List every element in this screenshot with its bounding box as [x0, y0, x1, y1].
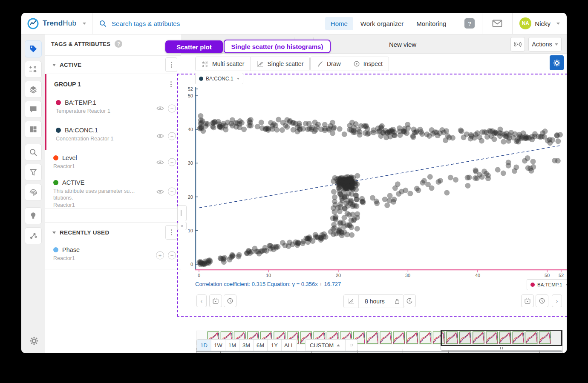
range-1d-button[interactable]: 1D — [197, 340, 211, 351]
rail-connections-button[interactable] — [25, 227, 42, 244]
group-menu-button[interactable] — [167, 79, 175, 89]
actions-caret-icon — [555, 43, 558, 47]
range-3m-button[interactable]: 3M — [239, 340, 253, 351]
lock-icon — [394, 298, 400, 305]
x-axis-signal-chip[interactable]: BA:TEMP.1 — [527, 279, 567, 290]
scatter-plot-canvas[interactable] — [195, 87, 567, 273]
search-input[interactable] — [111, 20, 215, 28]
duration-group: 8 hours — [343, 294, 404, 308]
envelope-icon — [492, 20, 502, 27]
timeline-history-button[interactable] — [403, 294, 416, 307]
rail-layers-button[interactable] — [25, 81, 42, 98]
rail-fingerprint-button[interactable] — [25, 184, 42, 201]
duration-lock-button[interactable] — [391, 295, 404, 308]
comment-icon — [29, 105, 37, 114]
remove-signal-button[interactable]: − — [168, 158, 176, 166]
y-tick-label: 50 — [184, 93, 193, 98]
rail-dashboard-button[interactable] — [25, 121, 42, 138]
signal-row-phase[interactable]: Phase Reactor1 + − — [45, 242, 181, 269]
panel-collapse-button[interactable]: × — [177, 222, 187, 230]
visibility-toggle[interactable] — [156, 160, 164, 165]
custom-range-button[interactable]: CUSTOM — [306, 340, 345, 351]
active-section-menu-button[interactable] — [165, 57, 177, 72]
y-axis-signal-chip[interactable]: BA:CONC.1 — [195, 73, 243, 84]
remove-signal-button[interactable]: − — [168, 132, 176, 140]
clock-icon — [539, 297, 545, 304]
lightbulb-icon — [29, 212, 37, 220]
duration-value[interactable]: 8 hours — [358, 295, 391, 308]
rail-comment-button[interactable] — [25, 101, 42, 118]
timeline-track[interactable] — [196, 351, 562, 352]
recently-used-menu-button[interactable] — [165, 225, 177, 240]
remove-signal-button[interactable]: − — [168, 188, 176, 196]
view-type-pill[interactable]: Scatter plot — [165, 40, 223, 53]
range-1m-button[interactable]: 1M — [225, 340, 239, 351]
rail-search-button[interactable] — [25, 144, 42, 161]
view-mode-pill[interactable]: Single scatter (no histograms) — [224, 40, 331, 53]
timeline-step-back-button[interactable]: ‹ — [196, 294, 207, 307]
visibility-toggle[interactable] — [156, 134, 164, 139]
navbar-divider — [482, 13, 482, 34]
timeline-selection-window[interactable] — [441, 330, 562, 346]
draw-button[interactable]: Draw — [311, 57, 347, 71]
plot-region: 0102030405052 — [184, 87, 567, 277]
nav-home[interactable]: Home — [325, 17, 353, 30]
panel-resize-handle[interactable] — [177, 205, 187, 221]
selection-pan-handle[interactable] — [441, 346, 562, 351]
signal-row-ba-temp-1[interactable]: BA:TEMP.1 Temperature Reactor 1 − — [45, 94, 181, 123]
signal-color-dot — [199, 77, 203, 81]
signal-row-ba-conc-1[interactable]: BA:CONC.1 Concentration Reactor 1 − — [45, 122, 181, 150]
rail-lightbulb-button[interactable] — [25, 207, 42, 224]
panel-help-icon[interactable]: ? — [115, 40, 122, 48]
nav-monitoring[interactable]: Monitoring — [411, 17, 452, 30]
remove-signal-button[interactable]: − — [168, 104, 176, 112]
group-header[interactable]: GROUP 1 — [45, 74, 181, 95]
rail-settings-button[interactable] — [26, 333, 42, 349]
messages-button[interactable] — [490, 19, 505, 28]
plot-settings-button[interactable] — [550, 55, 564, 70]
tags-panel-header: TAGS & ATTRIBUTES ? — [45, 34, 181, 54]
x-tick-label: 0 — [192, 273, 206, 278]
rail-filter-button[interactable] — [25, 164, 42, 181]
multi-scatter-button[interactable]: Multi scatter — [196, 57, 250, 71]
remove-signal-button[interactable]: − — [168, 252, 176, 260]
app-logo[interactable]: TrendHub — [21, 18, 92, 29]
visibility-toggle[interactable] — [156, 106, 164, 111]
broadcast-button[interactable] — [510, 37, 525, 51]
user-menu[interactable]: NA Nicky — [513, 17, 567, 29]
range-6m-button[interactable]: 6M — [253, 340, 267, 351]
visibility-toggle[interactable] — [156, 189, 164, 194]
timeline-end-calendar-button[interactable] — [521, 294, 534, 307]
x-tick-label: 10 — [262, 273, 275, 278]
collapse-caret-icon — [52, 232, 56, 236]
timeline-start-calendar-button[interactable] — [209, 294, 222, 307]
timeline-end-time-button[interactable] — [536, 294, 548, 307]
nav-work-organizer[interactable]: Work organizer — [355, 17, 409, 30]
signal-row-level[interactable]: Level Reactor1 − — [45, 150, 181, 175]
custom-range-picker-button[interactable] — [345, 340, 357, 351]
add-signal-button[interactable]: + — [156, 252, 164, 260]
x-tick-label: 52 — [554, 273, 567, 278]
range-all-button[interactable]: ALL — [281, 340, 297, 351]
panel-title: TAGS & ATTRIBUTES — [51, 41, 110, 47]
range-1w-button[interactable]: 1W — [211, 340, 225, 351]
duration-scatter-button[interactable] — [344, 295, 358, 308]
rail-formula-button[interactable] — [25, 61, 42, 78]
range-1y-button[interactable]: 1Y — [267, 340, 281, 351]
brand-caret-icon[interactable] — [83, 23, 86, 26]
top-navbar: TrendHub Home Work organizer Monitoring … — [21, 13, 567, 34]
timeline-start-time-button[interactable] — [224, 294, 236, 307]
global-search[interactable] — [99, 20, 215, 28]
rail-tags-button[interactable] — [25, 40, 42, 57]
actions-button[interactable]: Actions — [528, 37, 562, 51]
help-button[interactable]: ? — [464, 18, 475, 29]
draw-icon — [317, 60, 323, 67]
active-section-header[interactable]: ACTIVE — [45, 55, 181, 74]
y-tick-label: 40 — [184, 127, 193, 132]
single-scatter-button[interactable]: Single scatter — [250, 57, 309, 71]
user-name: Nicky — [535, 20, 551, 27]
timeline-step-forward-button[interactable]: › — [552, 294, 562, 307]
signal-row-active[interactable]: ACTIVE This attribute uses parameter su…… — [45, 174, 181, 209]
inspect-button[interactable]: Inspect — [347, 57, 389, 71]
recently-used-header[interactable]: RECENTLY USED — [45, 222, 181, 243]
